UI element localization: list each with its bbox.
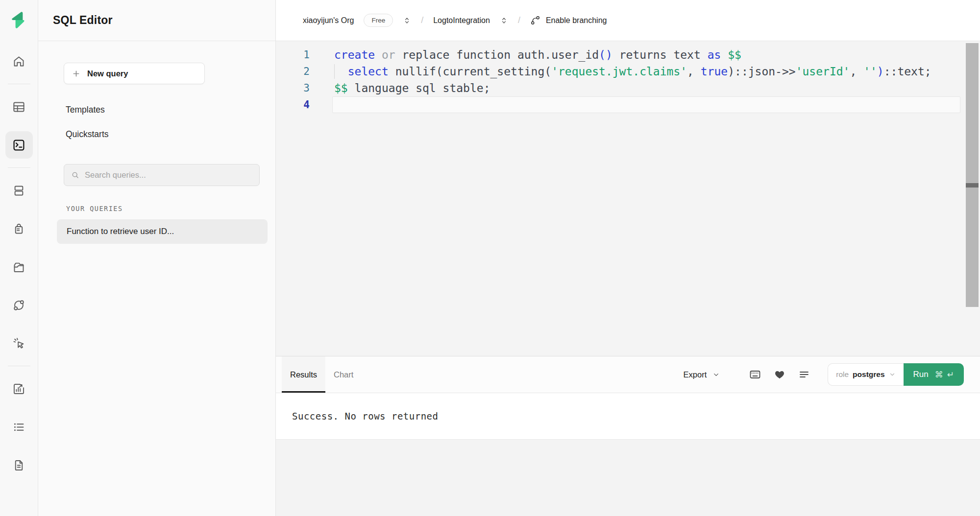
storage-folder-icon	[12, 260, 25, 274]
tab-results[interactable]: Results	[282, 356, 325, 393]
results-tabs: Results Chart	[282, 356, 362, 393]
nav-storage[interactable]	[5, 253, 33, 281]
nav-database[interactable]	[5, 177, 33, 204]
line-number: 3	[276, 80, 334, 96]
query-item-label: Function to retrieve user ID...	[67, 227, 174, 236]
docs-file-icon	[12, 459, 25, 472]
database-icon	[12, 184, 25, 197]
chevron-down-icon	[712, 371, 720, 378]
query-list-item[interactable]: Function to retrieve user ID...	[57, 219, 268, 244]
results-message-row: Success. No rows returned	[276, 393, 980, 439]
new-query-label: New query	[87, 69, 128, 78]
code-line-2[interactable]: 2 select nullif(current_setting('request…	[276, 63, 980, 80]
role-label: role	[836, 370, 849, 379]
editor-scrollbar-cursor-marker	[966, 183, 979, 188]
code-line-3[interactable]: 3 $$ language sql stable;	[276, 80, 980, 96]
keyboard-icon	[749, 369, 761, 380]
breadcrumb-bar: xiaoyijun's Org Free / LogtoIntegration …	[276, 0, 980, 41]
sql-editor-terminal-icon	[12, 139, 25, 152]
line-number: 4	[276, 96, 334, 113]
nav-sql-editor[interactable]	[5, 131, 33, 159]
nav-auth[interactable]	[5, 215, 33, 242]
search-queries-box	[64, 164, 260, 186]
run-shortcut: ⌘↵	[935, 370, 954, 380]
rail-divider	[8, 84, 30, 84]
home-icon	[12, 55, 25, 68]
enter-key-glyph: ↵	[947, 370, 954, 380]
code-line-4-current[interactable]: 4	[276, 96, 980, 113]
line-number: 2	[276, 63, 334, 80]
toolbar-right-cluster: Export role postgres Run ⌘↵	[684, 363, 964, 386]
favorite-button[interactable]	[770, 365, 789, 384]
supabase-logo[interactable]	[10, 11, 28, 29]
nav-edge-functions[interactable]	[5, 291, 33, 319]
org-breadcrumb[interactable]: xiaoyijun's Org	[303, 16, 354, 25]
templates-link[interactable]: Templates	[66, 105, 105, 115]
run-label: Run	[913, 370, 929, 379]
new-query-button[interactable]: New query	[64, 63, 205, 84]
nav-logs[interactable]	[5, 413, 33, 441]
rail-divider	[8, 167, 30, 168]
keyboard-shortcuts-button[interactable]	[745, 365, 765, 384]
line-number: 1	[276, 47, 334, 63]
results-footer-area	[276, 439, 980, 516]
tab-chart[interactable]: Chart	[325, 356, 362, 393]
sql-code-editor[interactable]: 1 create or replace function auth.user_i…	[276, 41, 980, 356]
nav-home[interactable]	[5, 47, 33, 75]
queries-panel: SQL Editor New query Templates Quickstar…	[38, 0, 276, 516]
chevron-down-icon	[889, 371, 896, 378]
breadcrumb-separator: /	[518, 15, 520, 25]
current-line-highlight	[332, 96, 960, 113]
app-icon-rail	[0, 0, 38, 516]
results-toolbar: Results Chart Export role postgres	[276, 356, 980, 393]
nav-realtime[interactable]	[5, 329, 33, 357]
indent-guide	[334, 64, 335, 79]
edge-functions-icon	[12, 299, 25, 312]
search-queries-input[interactable]	[85, 170, 253, 180]
run-control-group: role postgres Run ⌘↵	[828, 363, 964, 386]
panel-header: SQL Editor	[38, 0, 275, 41]
logs-list-icon	[12, 421, 25, 434]
org-selector-chevrons-icon[interactable]	[403, 16, 411, 25]
enable-branching-button[interactable]: Enable branching	[530, 15, 607, 25]
realtime-cursor-icon	[12, 337, 25, 350]
page-title: SQL Editor	[53, 14, 113, 27]
heart-icon	[774, 369, 785, 380]
nav-table-editor[interactable]	[5, 93, 33, 120]
plan-badge[interactable]: Free	[364, 14, 393, 27]
table-editor-icon	[12, 100, 25, 114]
run-button[interactable]: Run ⌘↵	[904, 363, 964, 386]
main-area: xiaoyijun's Org Free / LogtoIntegration …	[276, 0, 980, 516]
git-branch-icon	[530, 15, 540, 25]
enable-branching-label: Enable branching	[546, 16, 607, 25]
supabase-bolt-icon	[10, 11, 28, 29]
reports-chart-icon	[12, 382, 25, 396]
results-message: Success. No rows returned	[292, 411, 438, 422]
export-label: Export	[684, 370, 707, 379]
editor-lines: 1 create or replace function auth.user_i…	[276, 41, 980, 113]
auth-lock-icon	[12, 222, 25, 235]
project-selector-chevrons-icon[interactable]	[500, 16, 508, 25]
role-value: postgres	[853, 370, 884, 379]
code-line-1[interactable]: 1 create or replace function auth.user_i…	[276, 47, 980, 63]
rail-divider	[8, 366, 30, 366]
format-sql-button[interactable]	[794, 365, 814, 384]
plus-icon	[72, 70, 80, 78]
role-select[interactable]: role postgres	[828, 363, 903, 386]
quickstarts-link[interactable]: Quickstarts	[66, 129, 109, 140]
cmd-key-glyph: ⌘	[935, 370, 943, 380]
align-lines-icon	[798, 369, 810, 380]
breadcrumb-separator: /	[421, 15, 423, 25]
project-breadcrumb[interactable]: LogtoIntegration	[433, 16, 490, 25]
nav-docs[interactable]	[5, 451, 33, 479]
export-button[interactable]: Export	[684, 370, 720, 379]
nav-reports[interactable]	[5, 375, 33, 402]
search-icon	[71, 170, 80, 180]
editor-scrollbar[interactable]	[966, 43, 979, 307]
your-queries-heading: YOUR QUERIES	[66, 205, 123, 212]
